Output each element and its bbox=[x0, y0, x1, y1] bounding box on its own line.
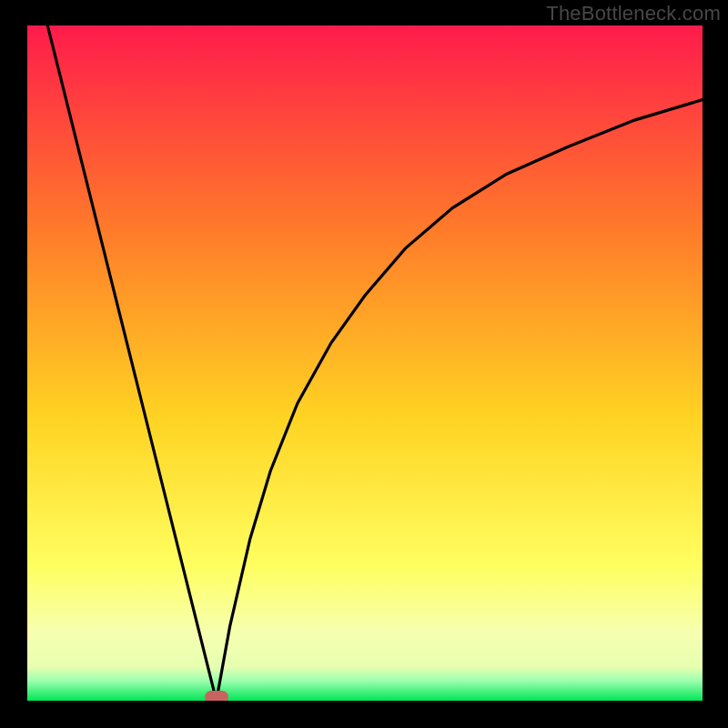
chart-frame: TheBottleneck.com bbox=[0, 0, 728, 728]
plot-area bbox=[27, 25, 703, 701]
minimum-marker bbox=[205, 691, 228, 701]
curve-left-branch bbox=[27, 25, 217, 701]
bottleneck-curve bbox=[27, 25, 703, 701]
watermark-text: TheBottleneck.com bbox=[546, 2, 721, 25]
curve-right-branch bbox=[217, 100, 703, 701]
